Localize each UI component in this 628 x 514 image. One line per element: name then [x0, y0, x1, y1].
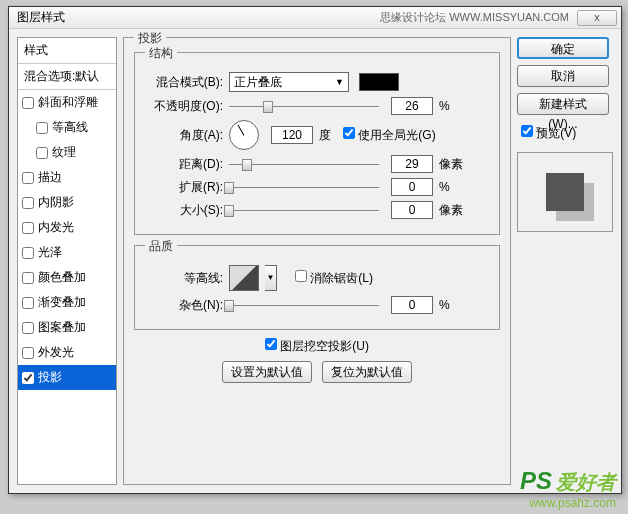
sidebar-item-8[interactable]: 渐变叠加	[18, 290, 116, 315]
cancel-button[interactable]: 取消	[517, 65, 609, 87]
close-button[interactable]: x	[577, 10, 617, 26]
sidebar-item-label: 描边	[38, 169, 62, 186]
sidebar-item-label: 斜面和浮雕	[38, 94, 98, 111]
sidebar-item-1[interactable]: 等高线	[18, 115, 116, 140]
sidebar-item-0[interactable]: 斜面和浮雕	[18, 90, 116, 115]
blendmode-value: 正片叠底	[234, 74, 282, 91]
sidebar-checkbox[interactable]	[22, 322, 34, 334]
sidebar-checkbox[interactable]	[36, 122, 48, 134]
sidebar-item-label: 内阴影	[38, 194, 74, 211]
opacity-input[interactable]: 26	[391, 97, 433, 115]
contour-dropdown-icon[interactable]: ▼	[265, 265, 277, 291]
sidebar-header[interactable]: 样式	[18, 38, 116, 64]
preview-checkbox[interactable]: 预览(V)	[521, 125, 613, 142]
sidebar-item-label: 外发光	[38, 344, 74, 361]
ok-button[interactable]: 确定	[517, 37, 609, 59]
sidebar-item-5[interactable]: 内发光	[18, 215, 116, 240]
sidebar-checkbox[interactable]	[22, 347, 34, 359]
sidebar-item-3[interactable]: 描边	[18, 165, 116, 190]
sidebar-item-label: 渐变叠加	[38, 294, 86, 311]
structure-legend: 结构	[145, 45, 177, 62]
spread-input[interactable]: 0	[391, 178, 433, 196]
sidebar-checkbox[interactable]	[22, 222, 34, 234]
make-default-button[interactable]: 设置为默认值	[222, 361, 312, 383]
distance-label: 距离(D):	[145, 156, 223, 173]
window-title: 图层样式	[13, 9, 65, 26]
sidebar-checkbox[interactable]	[22, 297, 34, 309]
quality-legend: 品质	[145, 238, 177, 255]
structure-group: 结构 混合模式(B): 正片叠底 ▼ 不透明度(O): 26 %	[134, 52, 500, 235]
distance-unit: 像素	[439, 156, 469, 173]
opacity-unit: %	[439, 99, 469, 113]
sidebar-item-7[interactable]: 颜色叠加	[18, 265, 116, 290]
sidebar-item-10[interactable]: 外发光	[18, 340, 116, 365]
new-style-button[interactable]: 新建样式(W)...	[517, 93, 609, 115]
sidebar-item-label: 图案叠加	[38, 319, 86, 336]
sidebar-checkbox[interactable]	[22, 172, 34, 184]
sidebar-checkbox[interactable]	[22, 97, 34, 109]
angle-dial[interactable]	[229, 120, 259, 150]
quality-group: 品质 等高线: ▼ 消除锯齿(L) 杂色(N): 0 %	[134, 245, 500, 330]
antialias-checkbox[interactable]: 消除锯齿(L)	[295, 270, 373, 287]
size-slider[interactable]	[229, 203, 379, 217]
sidebar-item-label: 光泽	[38, 244, 62, 261]
sidebar-item-label: 纹理	[52, 144, 76, 161]
right-column: 确定 取消 新建样式(W)... 预览(V)	[517, 37, 613, 485]
distance-input[interactable]: 29	[391, 155, 433, 173]
knockout-checkbox[interactable]: 图层挖空投影(U)	[265, 338, 369, 355]
contour-label: 等高线:	[145, 270, 223, 287]
blendmode-select[interactable]: 正片叠底 ▼	[229, 72, 349, 92]
sidebar-checkbox[interactable]	[22, 197, 34, 209]
spread-label: 扩展(R):	[145, 179, 223, 196]
sidebar-item-11[interactable]: 投影	[18, 365, 116, 390]
sidebar-item-label: 内发光	[38, 219, 74, 236]
layer-style-dialog: 图层样式 思缘设计论坛 WWW.MISSYUAN.COM x 样式 混合选项:默…	[8, 6, 622, 494]
sidebar-item-label: 等高线	[52, 119, 88, 136]
blend-options-row[interactable]: 混合选项:默认	[18, 64, 116, 90]
chevron-down-icon: ▼	[335, 77, 344, 87]
styles-sidebar: 样式 混合选项:默认 斜面和浮雕等高线纹理描边内阴影内发光光泽颜色叠加渐变叠加图…	[17, 37, 117, 485]
opacity-label: 不透明度(O):	[145, 98, 223, 115]
sidebar-checkbox[interactable]	[36, 147, 48, 159]
angle-input[interactable]: 120	[271, 126, 313, 144]
spread-slider[interactable]	[229, 180, 379, 194]
blendmode-label: 混合模式(B):	[145, 74, 223, 91]
spread-unit: %	[439, 180, 469, 194]
drop-shadow-panel: 投影 结构 混合模式(B): 正片叠底 ▼ 不透明度(O):	[123, 37, 511, 485]
sidebar-checkbox[interactable]	[22, 247, 34, 259]
sidebar-item-4[interactable]: 内阴影	[18, 190, 116, 215]
forum-text: 思缘设计论坛 WWW.MISSYUAN.COM	[380, 10, 569, 25]
sidebar-item-label: 颜色叠加	[38, 269, 86, 286]
noise-unit: %	[439, 298, 469, 312]
titlebar: 图层样式 思缘设计论坛 WWW.MISSYUAN.COM x	[9, 7, 621, 29]
sidebar-item-2[interactable]: 纹理	[18, 140, 116, 165]
sidebar-item-9[interactable]: 图案叠加	[18, 315, 116, 340]
opacity-slider[interactable]	[229, 99, 379, 113]
preview-box	[517, 152, 613, 232]
watermark-url: www.psahz.com	[529, 496, 616, 510]
global-light-checkbox[interactable]: 使用全局光(G)	[343, 127, 436, 144]
noise-input[interactable]: 0	[391, 296, 433, 314]
size-input[interactable]: 0	[391, 201, 433, 219]
contour-picker[interactable]	[229, 265, 259, 291]
angle-unit: 度	[319, 127, 331, 144]
noise-label: 杂色(N):	[145, 297, 223, 314]
distance-slider[interactable]	[229, 157, 379, 171]
noise-slider[interactable]	[229, 298, 379, 312]
size-unit: 像素	[439, 202, 469, 219]
shadow-color-swatch[interactable]	[359, 73, 399, 91]
sidebar-checkbox[interactable]	[22, 272, 34, 284]
angle-label: 角度(A):	[145, 127, 223, 144]
sidebar-item-6[interactable]: 光泽	[18, 240, 116, 265]
sidebar-item-label: 投影	[38, 369, 62, 386]
size-label: 大小(S):	[145, 202, 223, 219]
reset-default-button[interactable]: 复位为默认值	[322, 361, 412, 383]
sidebar-checkbox[interactable]	[22, 372, 34, 384]
